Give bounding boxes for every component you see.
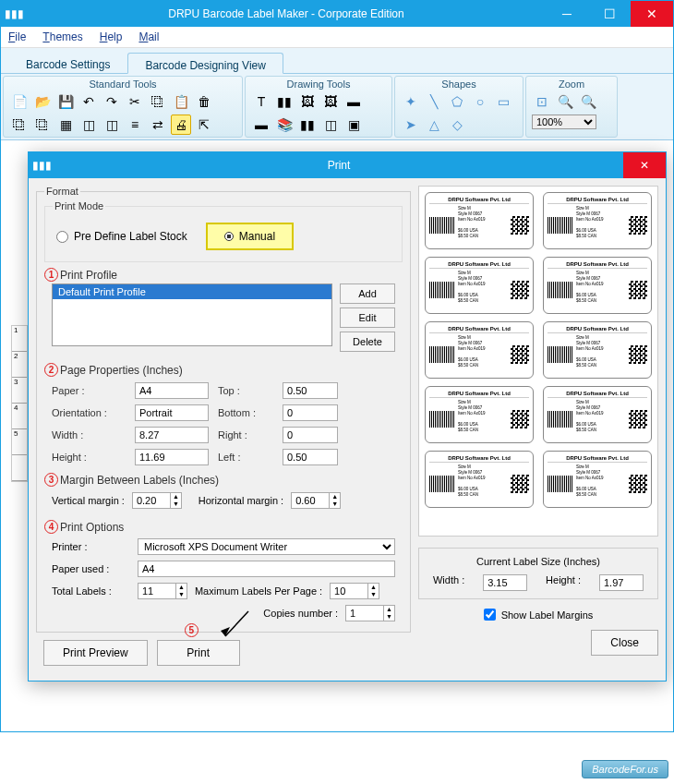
fill-icon[interactable]: ▬ <box>251 115 271 135</box>
max-label: Maximum Labels Per Page : <box>195 585 322 597</box>
open-icon[interactable]: 📂 <box>32 91 53 112</box>
orient-input[interactable] <box>135 404 209 421</box>
copies-input[interactable] <box>346 606 383 621</box>
ungroup-icon[interactable]: ◫ <box>102 115 122 135</box>
close-dialog-button[interactable]: Close <box>591 630 658 656</box>
paste-icon[interactable]: 📋 <box>171 91 191 112</box>
vmargin-spinner[interactable]: ▲▼ <box>132 492 182 509</box>
copy-icon[interactable]: ⿻ <box>148 91 168 112</box>
predefine-radio-input[interactable] <box>56 231 68 243</box>
triangle-icon[interactable]: △ <box>424 115 444 135</box>
max-input[interactable] <box>331 584 367 598</box>
image2-icon[interactable]: 🖼 <box>320 91 341 112</box>
left-input[interactable] <box>283 449 338 465</box>
zoom-fit-icon[interactable]: ⊡ <box>532 91 552 112</box>
vmargin-down-icon[interactable]: ▼ <box>171 501 181 508</box>
copies-spinner[interactable]: ▲▼ <box>345 605 395 621</box>
vmargin-up-icon[interactable]: ▲ <box>171 493 181 501</box>
manual-radio-button[interactable]: Manual <box>206 223 294 250</box>
size-width-input[interactable] <box>483 574 527 591</box>
delete-button[interactable]: Delete <box>340 332 395 352</box>
print-dialog-close-button[interactable]: ✕ <box>623 152 666 178</box>
copy2-icon[interactable]: ⿻ <box>9 115 30 135</box>
paper-input[interactable] <box>135 382 209 399</box>
rect-icon[interactable]: ▭ <box>493 91 513 112</box>
right-input[interactable] <box>283 427 338 443</box>
copies-up-icon[interactable]: ▲ <box>384 606 394 613</box>
height-input[interactable] <box>135 449 209 465</box>
copies-down-icon[interactable]: ▼ <box>384 613 394 621</box>
add-button[interactable]: Add <box>340 283 395 304</box>
close-button[interactable]: ✕ <box>631 1 673 27</box>
show-margins-input[interactable] <box>484 609 496 621</box>
ribbon-group-zoom: Zoom ⊡ 🔍 🔍 100% <box>525 76 618 138</box>
menu-themes[interactable]: Themes <box>42 30 82 43</box>
zoom-select[interactable]: 100% <box>532 115 596 129</box>
bring-icon[interactable]: ▣ <box>343 115 364 135</box>
grid-icon[interactable]: ▦ <box>55 115 76 135</box>
copy3-icon[interactable]: ⿻ <box>32 115 53 135</box>
polygon-icon[interactable]: ⬠ <box>447 91 467 112</box>
barcode2-icon[interactable]: ▮▮ <box>297 115 318 135</box>
total-down-icon[interactable]: ▼ <box>176 591 187 598</box>
orient-label: Orientation : <box>52 407 126 418</box>
size-height-input[interactable] <box>599 574 644 591</box>
zoom-in-icon[interactable]: 🔍 <box>555 91 575 112</box>
hmargin-input[interactable] <box>292 493 329 508</box>
diamond-icon[interactable]: ◇ <box>447 115 467 135</box>
export-icon[interactable]: ⇱ <box>194 115 214 135</box>
label-preview-card: DRPU Software Pvt. Ltd Size MStyle M 006… <box>425 321 534 379</box>
barcode-icon[interactable]: ▮▮ <box>274 91 295 112</box>
text-icon[interactable]: T <box>251 91 271 112</box>
menu-file[interactable]: File <box>8 30 26 43</box>
profile-list[interactable]: Default Print Profile <box>52 283 332 346</box>
new-icon[interactable]: 📄 <box>9 91 30 112</box>
print-preview-button[interactable]: Print Preview <box>43 640 148 666</box>
print-icon[interactable]: 🖨 <box>171 115 191 135</box>
hmargin-spinner[interactable]: ▲▼ <box>291 492 341 509</box>
star-icon[interactable]: ✦ <box>401 91 421 112</box>
circle-icon[interactable]: ○ <box>470 91 490 112</box>
max-down-icon[interactable]: ▼ <box>368 591 379 598</box>
hmargin-down-icon[interactable]: ▼ <box>330 501 340 508</box>
paper-used-input[interactable] <box>138 561 395 577</box>
total-input[interactable] <box>138 584 175 598</box>
redo-icon[interactable]: ↷ <box>102 91 122 112</box>
image-icon[interactable]: 🖼 <box>297 91 318 112</box>
swatch-icon[interactable]: ▬ <box>343 91 364 112</box>
size-width-label: Width : <box>433 574 464 591</box>
flip-icon[interactable]: ⇄ <box>148 115 168 135</box>
print-button[interactable]: Print <box>157 640 240 666</box>
edit-button[interactable]: Edit <box>340 308 395 328</box>
max-spinner[interactable]: ▲▼ <box>330 583 379 599</box>
total-spinner[interactable]: ▲▼ <box>138 583 187 599</box>
menu-help[interactable]: Help <box>100 30 123 43</box>
maximize-button[interactable]: ☐ <box>588 1 631 27</box>
printer-select[interactable]: Microsoft XPS Document Writer <box>138 538 395 555</box>
top-input[interactable] <box>283 382 338 399</box>
group-icon[interactable]: ◫ <box>78 115 99 135</box>
hmargin-up-icon[interactable]: ▲ <box>330 493 340 501</box>
books-icon[interactable]: 📚 <box>274 115 295 135</box>
zoom-out-icon[interactable]: 🔍 <box>578 91 598 112</box>
line-icon[interactable]: ╲ <box>424 91 444 112</box>
max-up-icon[interactable]: ▲ <box>368 584 379 591</box>
align-icon[interactable]: ≡ <box>125 115 145 135</box>
total-up-icon[interactable]: ▲ <box>176 584 187 591</box>
tab-designing-view[interactable]: Barcode Designing View <box>127 53 283 74</box>
show-margins-checkbox[interactable]: Show Label Margins <box>418 609 658 621</box>
layer-icon[interactable]: ◫ <box>320 115 341 135</box>
tab-barcode-settings[interactable]: Barcode Settings <box>8 52 127 73</box>
width-input[interactable] <box>135 427 209 443</box>
save-icon[interactable]: 💾 <box>55 91 76 112</box>
cut-icon[interactable]: ✂ <box>125 91 145 112</box>
menu-mail[interactable]: Mail <box>138 30 159 43</box>
minimize-button[interactable]: ─ <box>546 1 588 27</box>
undo-icon[interactable]: ↶ <box>78 91 99 112</box>
vmargin-input[interactable] <box>133 493 170 508</box>
bottom-input[interactable] <box>283 404 338 421</box>
delete-icon[interactable]: 🗑 <box>194 91 214 112</box>
profile-item-default[interactable]: Default Print Profile <box>53 284 331 299</box>
arrow-icon[interactable]: ➤ <box>401 115 421 135</box>
predefine-radio[interactable]: Pre Define Label Stock <box>56 230 187 243</box>
